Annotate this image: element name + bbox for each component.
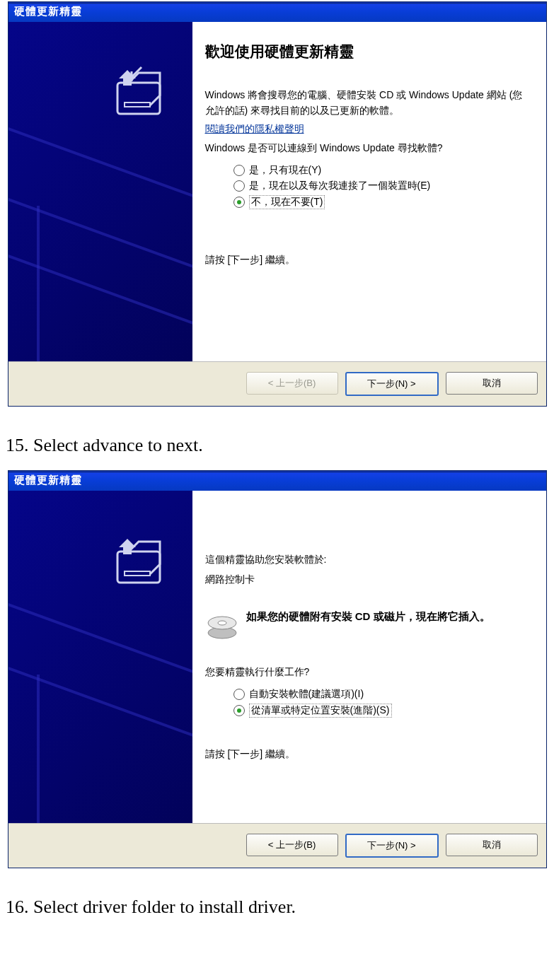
dialog-main: 這個精靈協助您安裝軟體於: 網路控制卡 如果您的硬體附有安裝 CD 或磁片，現在… bbox=[192, 491, 546, 823]
radio-group: 自動安裝軟體(建議選項)(I) 從清單或特定位置安裝(進階)(S) bbox=[233, 688, 532, 718]
radio-label: 是，現在以及每次我連接了一個裝置時(E) bbox=[249, 180, 431, 192]
wizard-intro: 這個精靈協助您安裝軟體於: bbox=[205, 552, 532, 567]
back-button: < 上一步(B) bbox=[246, 372, 338, 395]
privacy-link[interactable]: 閱讀我們的隱私權聲明 bbox=[205, 123, 304, 134]
radio-option-yes-always[interactable]: 是，現在以及每次我連接了一個裝置時(E) bbox=[233, 180, 532, 192]
radio-option-yes-now[interactable]: 是，只有現在(Y) bbox=[233, 164, 532, 177]
cancel-button[interactable]: 取消 bbox=[446, 834, 538, 856]
wizard-description: Windows 將會搜尋您的電腦、硬體安裝 CD 或 Windows Updat… bbox=[205, 87, 532, 119]
cd-hint-row: 如果您的硬體附有安裝 CD 或磁片，現在將它插入。 bbox=[205, 609, 532, 643]
step-15-text: 15. Select advance to next. bbox=[6, 435, 554, 456]
wizard-dialog-2: 硬體更新精靈 這個精靈協助您安裝軟體於: 網路控制卡 bbox=[8, 470, 547, 868]
hardware-icon bbox=[108, 64, 171, 128]
svg-rect-3 bbox=[117, 552, 160, 583]
radio-label: 從清單或特定位置安裝(進階)(S) bbox=[249, 704, 392, 718]
radio-option-advanced[interactable]: 從清單或特定位置安裝(進階)(S) bbox=[233, 704, 532, 718]
step-16-text: 16. Select driver folder to install driv… bbox=[6, 897, 554, 918]
radio-option-auto[interactable]: 自動安裝軟體(建議選項)(I) bbox=[233, 688, 532, 701]
dialog-footer: < 上一步(B) 下一步(N) > 取消 bbox=[8, 361, 546, 406]
cd-hint-text: 如果您的硬體附有安裝 CD 或磁片，現在將它插入。 bbox=[246, 609, 490, 625]
radio-group: 是，只有現在(Y) 是，現在以及每次我連接了一個裝置時(E) 不，現在不要(T) bbox=[233, 164, 532, 209]
radio-icon bbox=[233, 165, 245, 176]
svg-rect-5 bbox=[125, 571, 150, 576]
wizard-question: Windows 是否可以連線到 Windows Update 尋找軟體? bbox=[205, 140, 532, 156]
radio-option-no[interactable]: 不，現在不要(T) bbox=[233, 195, 532, 209]
radio-icon bbox=[233, 180, 245, 192]
wizard-sidebar bbox=[8, 491, 192, 823]
titlebar[interactable]: 硬體更新精靈 bbox=[8, 471, 546, 491]
wizard-sidebar bbox=[8, 22, 192, 361]
dialog-body: 這個精靈協助您安裝軟體於: 網路控制卡 如果您的硬體附有安裝 CD 或磁片，現在… bbox=[8, 491, 546, 823]
device-name: 網路控制卡 bbox=[205, 571, 532, 587]
dialog-footer: < 上一步(B) 下一步(N) > 取消 bbox=[8, 823, 546, 868]
wizard-heading: 歡迎使用硬體更新精靈 bbox=[205, 42, 532, 62]
dialog-body: 歡迎使用硬體更新精靈 Windows 將會搜尋您的電腦、硬體安裝 CD 或 Wi… bbox=[8, 22, 546, 361]
wizard-question: 您要精靈執行什麼工作? bbox=[205, 664, 532, 679]
dialog-main: 歡迎使用硬體更新精靈 Windows 將會搜尋您的電腦、硬體安裝 CD 或 Wi… bbox=[192, 22, 546, 361]
svg-rect-0 bbox=[117, 83, 160, 114]
radio-label: 自動安裝軟體(建議選項)(I) bbox=[249, 688, 364, 701]
radio-icon bbox=[233, 705, 245, 716]
radio-icon bbox=[233, 197, 245, 208]
next-button[interactable]: 下一步(N) > bbox=[345, 372, 439, 396]
svg-point-8 bbox=[218, 621, 226, 625]
wizard-dialog-1: 硬體更新精靈 歡迎使用硬體更新精靈 Windows 將會搜尋您的電腦、硬體安裝 … bbox=[8, 1, 547, 407]
radio-label: 不，現在不要(T) bbox=[249, 195, 325, 209]
continue-hint: 請按 [下一步] 繼續。 bbox=[205, 252, 532, 267]
titlebar[interactable]: 硬體更新精靈 bbox=[8, 2, 546, 22]
back-button[interactable]: < 上一步(B) bbox=[246, 834, 338, 856]
radio-icon bbox=[233, 689, 245, 700]
continue-hint: 請按 [下一步] 繼續。 bbox=[205, 746, 532, 762]
next-button[interactable]: 下一步(N) > bbox=[345, 834, 439, 858]
svg-rect-2 bbox=[125, 103, 150, 107]
radio-label: 是，只有現在(Y) bbox=[249, 164, 322, 177]
cd-icon bbox=[205, 609, 239, 643]
hardware-icon bbox=[108, 533, 171, 597]
cancel-button[interactable]: 取消 bbox=[446, 372, 538, 395]
